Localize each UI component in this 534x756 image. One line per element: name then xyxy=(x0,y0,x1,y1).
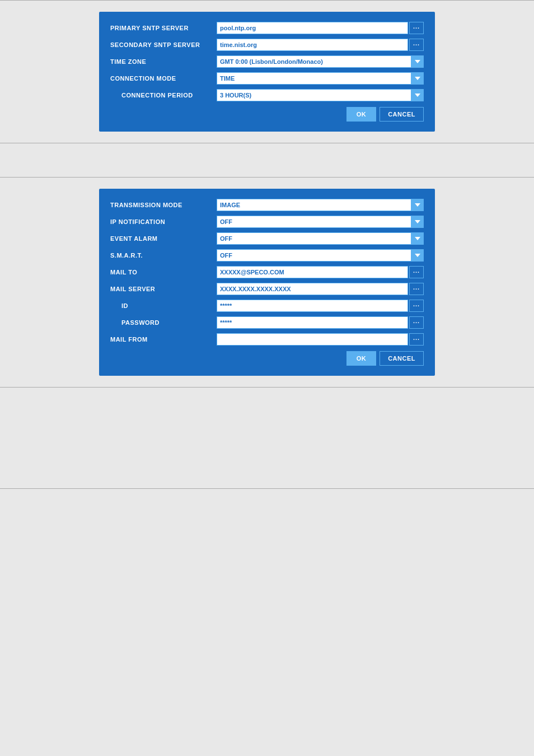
email-ok-button[interactable]: OK xyxy=(346,351,377,366)
row-connection-period: CONNECTION PERIOD 3 HOUR(S) xyxy=(110,89,424,101)
chevron-down-icon-connection-period xyxy=(411,89,424,101)
field-event-alarm: OFF xyxy=(217,232,424,245)
row-smart: S.M.A.R.T. OFF xyxy=(110,249,424,262)
row-mail-from: MAIL FROM ··· xyxy=(110,333,424,346)
row-event-alarm: EVENT ALARM OFF xyxy=(110,232,424,245)
spacer-3 xyxy=(0,421,534,455)
select-timezone[interactable]: GMT 0:00 (Lisbon/London/Monaco) xyxy=(217,55,411,68)
input-mail-server[interactable] xyxy=(217,283,408,295)
label-transmission-mode: TRANSMISSION MODE xyxy=(110,202,217,208)
field-connection-mode: TIME xyxy=(217,72,424,85)
dots-btn-password[interactable]: ··· xyxy=(409,316,424,329)
row-connection-mode: CONNECTION MODE TIME xyxy=(110,72,424,85)
select-ip-notification[interactable]: OFF xyxy=(217,216,411,228)
dots-btn-mail-from[interactable]: ··· xyxy=(409,333,424,346)
email-section: TRANSMISSION MODE IMAGE IP NOTIFICATION … xyxy=(0,178,534,387)
select-event-alarm[interactable]: OFF xyxy=(217,232,411,245)
row-id: ID ··· xyxy=(110,300,424,312)
field-timezone: GMT 0:00 (Lisbon/London/Monaco) xyxy=(217,55,424,68)
row-secondary-sntp: SECONDARY SNTP SERVER ··· xyxy=(110,39,424,51)
field-password: ··· xyxy=(217,316,424,329)
row-mail-to: MAIL TO ··· xyxy=(110,266,424,278)
label-timezone: TIME ZONE xyxy=(110,58,217,65)
row-transmission-mode: TRANSMISSION MODE IMAGE xyxy=(110,199,424,211)
bottom-divider xyxy=(0,488,534,489)
field-smart: OFF xyxy=(217,249,424,262)
input-primary-sntp[interactable] xyxy=(217,22,408,34)
page: PRIMARY SNTP SERVER ··· SECONDARY SNTP S… xyxy=(0,0,534,756)
label-ip-notification: IP NOTIFICATION xyxy=(110,218,217,225)
chevron-down-icon-event-alarm xyxy=(411,232,424,245)
input-id[interactable] xyxy=(217,300,408,312)
field-transmission-mode: IMAGE xyxy=(217,199,424,211)
select-connection-mode[interactable]: TIME xyxy=(217,72,411,85)
label-secondary-sntp: SECONDARY SNTP SERVER xyxy=(110,41,217,48)
label-smart: S.M.A.R.T. xyxy=(110,252,217,259)
sntp-panel: PRIMARY SNTP SERVER ··· SECONDARY SNTP S… xyxy=(99,12,435,132)
label-mail-server: MAIL SERVER xyxy=(110,286,217,292)
field-primary-sntp: ··· xyxy=(217,22,424,34)
email-panel: TRANSMISSION MODE IMAGE IP NOTIFICATION … xyxy=(99,189,435,376)
email-panel-actions: OK CANCEL xyxy=(110,351,424,366)
field-secondary-sntp: ··· xyxy=(217,39,424,51)
label-event-alarm: EVENT ALARM xyxy=(110,235,217,242)
field-mail-from: ··· xyxy=(217,333,424,346)
input-password[interactable] xyxy=(217,316,408,329)
row-timezone: TIME ZONE GMT 0:00 (Lisbon/London/Monaco… xyxy=(110,55,424,68)
field-connection-period: 3 HOUR(S) xyxy=(217,89,424,101)
spacer-1 xyxy=(0,143,534,177)
spacer-4 xyxy=(0,455,534,488)
chevron-down-icon-smart xyxy=(411,249,424,262)
field-id: ··· xyxy=(217,300,424,312)
chevron-down-icon-ip-notification xyxy=(411,216,424,228)
label-id: ID xyxy=(110,302,217,309)
label-primary-sntp: PRIMARY SNTP SERVER xyxy=(110,25,217,31)
sntp-section: PRIMARY SNTP SERVER ··· SECONDARY SNTP S… xyxy=(0,1,534,143)
input-mail-from[interactable] xyxy=(217,333,408,346)
input-secondary-sntp[interactable] xyxy=(217,39,408,51)
select-connection-period[interactable]: 3 HOUR(S) xyxy=(217,89,411,101)
label-password: PASSWORD xyxy=(110,319,217,326)
row-password: PASSWORD ··· xyxy=(110,316,424,329)
sntp-panel-actions: OK CANCEL xyxy=(110,107,424,122)
select-transmission-mode[interactable]: IMAGE xyxy=(217,199,411,211)
label-mail-to: MAIL TO xyxy=(110,269,217,276)
label-connection-period: CONNECTION PERIOD xyxy=(110,92,217,99)
chevron-down-icon-timezone xyxy=(411,55,424,68)
field-mail-server: ··· xyxy=(217,283,424,295)
dots-btn-mail-to[interactable]: ··· xyxy=(409,266,424,278)
chevron-down-icon-connection-mode xyxy=(411,72,424,85)
sntp-ok-button[interactable]: OK xyxy=(346,107,377,122)
row-mail-server: MAIL SERVER ··· xyxy=(110,283,424,295)
row-ip-notification: IP NOTIFICATION OFF xyxy=(110,216,424,228)
dots-btn-secondary-sntp[interactable]: ··· xyxy=(409,39,424,51)
dots-btn-id[interactable]: ··· xyxy=(409,300,424,312)
dots-btn-primary-sntp[interactable]: ··· xyxy=(409,22,424,34)
spacer-2 xyxy=(0,388,534,421)
row-primary-sntp: PRIMARY SNTP SERVER ··· xyxy=(110,22,424,34)
label-mail-from: MAIL FROM xyxy=(110,336,217,343)
field-mail-to: ··· xyxy=(217,266,424,278)
select-smart[interactable]: OFF xyxy=(217,249,411,262)
input-mail-to[interactable] xyxy=(217,266,408,278)
email-cancel-button[interactable]: CANCEL xyxy=(380,351,424,366)
sntp-cancel-button[interactable]: CANCEL xyxy=(380,107,424,122)
field-ip-notification: OFF xyxy=(217,216,424,228)
label-connection-mode: CONNECTION MODE xyxy=(110,75,217,82)
chevron-down-icon-transmission-mode xyxy=(411,199,424,211)
dots-btn-mail-server[interactable]: ··· xyxy=(409,283,424,295)
